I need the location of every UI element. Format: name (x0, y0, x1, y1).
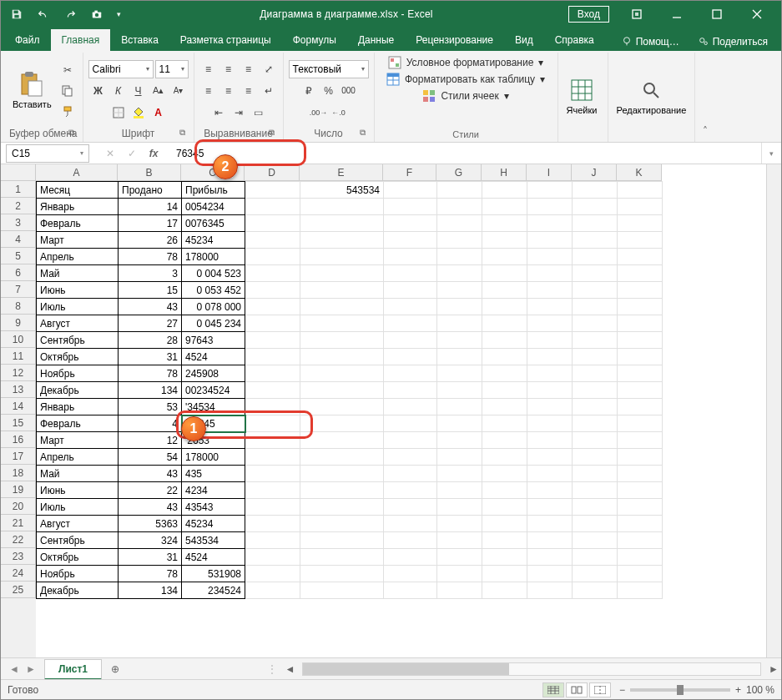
cell[interactable] (618, 282, 663, 299)
cell[interactable]: Апрель (37, 449, 119, 466)
cell[interactable] (384, 365, 437, 382)
cell[interactable] (573, 315, 618, 332)
tab-insert[interactable]: Вставка (110, 29, 169, 51)
column-header[interactable]: C (181, 164, 245, 181)
cell[interactable]: 78 (119, 365, 182, 382)
tab-data[interactable]: Данные (347, 29, 405, 51)
cell[interactable] (482, 265, 527, 282)
row-header[interactable]: 23 (1, 548, 36, 565)
cell[interactable] (482, 399, 527, 415)
column-header[interactable]: A (36, 164, 118, 181)
align-center-icon[interactable]: ≡ (219, 82, 238, 100)
cell[interactable] (618, 199, 663, 215)
tab-formulas[interactable]: Формулы (282, 29, 347, 51)
cell[interactable]: 178000 (182, 249, 245, 265)
launcher-icon[interactable]: ⧉ (266, 128, 278, 139)
cell[interactable] (245, 182, 300, 199)
cell[interactable] (245, 265, 300, 282)
cell[interactable] (482, 415, 527, 432)
cell[interactable] (384, 449, 437, 466)
collapse-ribbon-icon[interactable]: ˄ (695, 53, 715, 142)
cell[interactable] (482, 582, 527, 599)
cell[interactable] (573, 499, 618, 516)
cell[interactable] (437, 232, 482, 249)
cell[interactable]: Июнь (37, 482, 119, 499)
cell[interactable] (245, 332, 300, 349)
zoom-level[interactable]: 100 % (746, 684, 774, 696)
cell[interactable] (573, 466, 618, 482)
cell[interactable] (618, 449, 663, 466)
cell[interactable] (527, 299, 573, 315)
cell[interactable] (618, 332, 663, 349)
cell[interactable]: 4234 (182, 482, 245, 499)
cell[interactable] (437, 182, 482, 199)
tab-help[interactable]: Справка (544, 29, 605, 51)
row-header[interactable]: 7 (1, 281, 36, 298)
cell[interactable] (437, 449, 482, 466)
cell[interactable] (245, 349, 300, 365)
cell[interactable] (300, 349, 384, 365)
undo-icon[interactable] (33, 3, 54, 25)
launcher-icon[interactable]: ⧉ (177, 128, 189, 139)
cell[interactable] (384, 399, 437, 415)
cell[interactable] (482, 249, 527, 265)
cell[interactable]: 0054234 (182, 199, 245, 215)
cell[interactable] (437, 265, 482, 282)
cell[interactable] (527, 516, 573, 532)
cell[interactable] (618, 466, 663, 482)
cell[interactable] (573, 482, 618, 499)
cell[interactable]: 45234 (182, 232, 245, 249)
cell[interactable] (482, 282, 527, 299)
cell[interactable] (527, 482, 573, 499)
currency-icon[interactable]: ₽ (300, 82, 318, 100)
cell[interactable]: 78 (119, 566, 182, 582)
cell[interactable] (482, 532, 527, 549)
cell[interactable] (384, 415, 437, 432)
insert-function-icon[interactable]: fx (146, 148, 161, 159)
cell[interactable] (482, 566, 527, 582)
cell[interactable] (384, 482, 437, 499)
cell[interactable] (300, 315, 384, 332)
cell[interactable] (437, 365, 482, 382)
view-normal-icon[interactable] (542, 682, 564, 697)
cell[interactable] (437, 382, 482, 399)
cell[interactable] (300, 249, 384, 265)
cell[interactable] (527, 265, 573, 282)
cell[interactable]: 27 (119, 315, 182, 332)
cell[interactable] (300, 332, 384, 349)
cell[interactable] (384, 199, 437, 215)
launcher-icon[interactable]: ⧉ (357, 128, 369, 139)
cell[interactable]: Август (37, 516, 119, 532)
column-header[interactable]: F (383, 164, 436, 181)
column-header[interactable]: J (572, 164, 617, 181)
cell[interactable] (437, 332, 482, 349)
align-left-icon[interactable]: ≡ (199, 82, 218, 100)
tab-review[interactable]: Рецензирование (405, 29, 504, 51)
column-header[interactable]: E (300, 164, 383, 181)
cell[interactable]: Декабрь (37, 382, 119, 399)
row-header[interactable]: 4 (1, 231, 36, 248)
cell[interactable]: Сентябрь (37, 332, 119, 349)
cell[interactable]: 43 (119, 466, 182, 482)
vertical-scrollbar[interactable] (766, 164, 781, 657)
cell[interactable]: 3 (119, 265, 182, 282)
copy-icon[interactable] (58, 82, 77, 100)
cell[interactable] (300, 516, 384, 532)
cell[interactable] (300, 566, 384, 582)
font-size-combo[interactable]: 11▾ (155, 60, 189, 78)
row-header[interactable]: 25 (1, 582, 36, 598)
cell[interactable] (384, 516, 437, 532)
cell[interactable] (482, 215, 527, 232)
cell[interactable]: 12 (119, 432, 182, 449)
cell[interactable] (482, 499, 527, 516)
cell[interactable] (573, 382, 618, 399)
cell[interactable] (618, 399, 663, 415)
increase-font-icon[interactable]: A▴ (149, 82, 168, 100)
cell[interactable] (245, 582, 300, 599)
cell[interactable] (482, 332, 527, 349)
cell[interactable]: Июнь (37, 282, 119, 299)
bold-button[interactable]: Ж (89, 82, 108, 100)
view-page-break-icon[interactable] (589, 682, 611, 697)
cell[interactable] (437, 499, 482, 516)
cell[interactable] (527, 249, 573, 265)
